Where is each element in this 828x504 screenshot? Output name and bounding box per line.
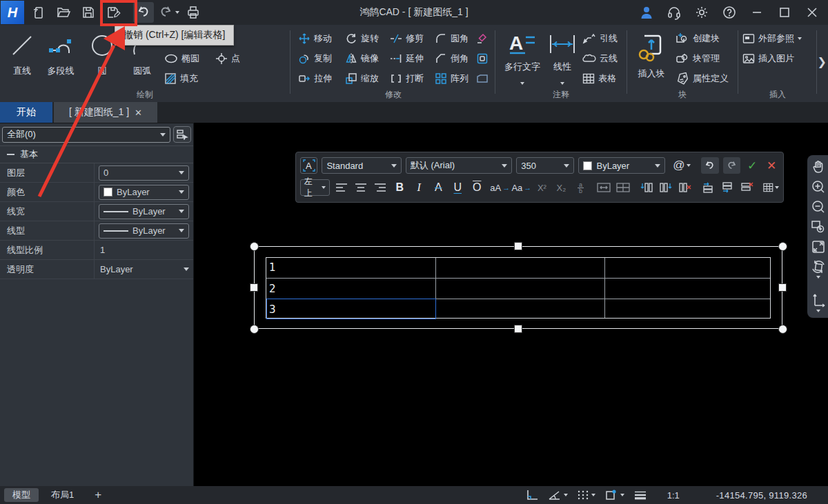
xref-dropdown-arrow[interactable] [798,37,802,40]
orbit-button[interactable] [810,259,827,279]
leader-button[interactable]: 引线 [582,31,618,46]
object-snap-button[interactable] [604,489,624,501]
explode-button[interactable] [476,71,489,86]
user-account-button[interactable] [636,2,657,23]
scale-button[interactable]: 缩放 [345,71,379,86]
support-button[interactable] [664,2,684,23]
linetype-dropdown[interactable]: ByLayer [99,223,189,239]
revision-cloud-button[interactable]: 云线 [582,51,618,66]
transparency-dropdown[interactable]: ByLayer [99,264,189,274]
lineweight-dropdown[interactable]: ByLayer [99,204,189,219]
grip-corner-bottom-right[interactable] [778,325,787,334]
stretch-button[interactable]: 拉伸 [298,71,332,86]
xref-button[interactable]: 外部参照 [742,31,802,46]
grid-snap-button[interactable] [577,490,595,501]
zoom-window-button[interactable] [810,219,827,234]
save-button[interactable] [78,2,99,23]
block-manager-button[interactable]: 块管理 [676,51,720,66]
grip-corner-top-right[interactable] [778,242,787,251]
minimize-button[interactable] [747,2,767,23]
help-button[interactable] [719,2,740,23]
text-color-dropdown[interactable]: ByLayer [578,157,664,174]
align-right-icon[interactable] [373,179,388,196]
app-logo[interactable]: H [1,1,24,24]
trim-button[interactable]: 修剪 [390,31,424,46]
redo-dropdown-arrow[interactable] [175,11,179,14]
editor-undo-button[interactable] [701,157,718,174]
cell-borders-button[interactable] [763,179,779,196]
symbol-insert-button[interactable]: @ [673,157,691,174]
pan-button[interactable] [810,159,827,174]
mirror-button[interactable]: 镜像 [345,51,379,66]
create-block-button[interactable]: 创建块 [676,31,720,46]
attribute-define-button[interactable]: 属性定义 [676,71,729,86]
italic-button[interactable]: I [411,179,426,196]
bold-button[interactable]: B [392,179,407,196]
tab-start[interactable]: 开始 [0,102,52,123]
insert-block-button[interactable]: 插入块 [631,28,671,80]
grip-corner-bottom-left[interactable] [250,325,259,334]
section-header-basic[interactable]: 基本 [0,145,193,163]
ribbon-expand-button[interactable]: ❯ [818,55,827,68]
ltscale-value[interactable]: 1 [99,245,189,255]
redo-button[interactable] [158,2,179,23]
new-layout-button[interactable]: + [95,488,101,502]
underline-button[interactable]: U [450,179,465,196]
uppercase-button[interactable]: aA→ [491,179,509,196]
text-height-dropdown[interactable]: 350 [516,157,574,174]
align-center-icon[interactable] [353,179,368,196]
ellipse-button[interactable]: 椭圆 [164,51,199,66]
confirm-button[interactable]: ✓ [745,157,760,174]
font-dropdown[interactable]: 默认 (Arial) [406,157,512,174]
color-dropdown[interactable]: ByLayer [99,185,189,200]
grip-mid-bottom[interactable] [514,325,522,333]
stack-fraction-button[interactable]: a b [573,179,588,196]
point-button[interactable]: 点 [215,51,240,66]
model-tab[interactable]: 模型 [4,488,39,502]
mtext-dropdown-arrow[interactable] [520,82,524,85]
text-style-dropdown[interactable]: Standard [322,157,401,174]
open-file-button[interactable] [53,2,74,23]
lineweight-display-button[interactable] [633,490,647,500]
annotation-scale[interactable]: 1:1 [667,490,680,501]
merge-cells-icon[interactable] [596,179,611,196]
settings-button[interactable] [691,2,712,23]
align-left-icon[interactable] [334,179,349,196]
close-button[interactable] [802,2,822,23]
strikethrough-button[interactable]: A [431,179,446,196]
selection-filter-dropdown[interactable]: 全部(0) [2,127,170,143]
zoom-extents-button[interactable] [810,239,827,254]
tab-document[interactable]: [ 新建图纸_1 ] ✕ [54,102,157,123]
new-file-button[interactable] [28,2,49,23]
zoom-out-button[interactable] [810,199,827,214]
move-button[interactable]: 移动 [298,31,332,46]
cad-table-entity[interactable]: 1 2 3 [266,257,771,319]
hatch-button[interactable]: 填充 [164,71,198,86]
tab-close-icon[interactable]: ✕ [135,108,142,118]
ortho-mode-button[interactable] [525,489,539,501]
ucs-dropdown-arrow[interactable] [816,310,820,312]
print-button[interactable] [183,2,204,23]
offset-button[interactable] [476,51,489,66]
polar-tracking-button[interactable] [548,490,568,501]
overline-button[interactable]: O [469,179,484,196]
subscript-button[interactable]: X₂ [553,179,569,196]
undo-button[interactable] [133,2,154,23]
insert-column-right-icon[interactable] [658,179,673,196]
justify-dropdown[interactable]: 左上 [300,179,330,196]
grip-mid-right[interactable] [778,283,787,292]
break-button[interactable]: 打断 [390,71,424,86]
grip-corner-top-left[interactable] [250,242,259,251]
cancel-button[interactable]: ✕ [764,157,779,174]
insert-image-button[interactable]: 插入图片 [742,51,794,66]
table-button[interactable]: 表格 [582,71,616,86]
grip-mid-left[interactable] [250,283,258,292]
linear-dim-button[interactable]: 线性 [546,28,578,87]
chamfer-button[interactable]: 倒角 [435,51,469,66]
copy-button[interactable]: 复制 [298,51,332,66]
unmerge-cells-icon[interactable] [615,179,631,196]
insert-column-left-icon[interactable] [639,179,654,196]
orbit-dropdown-arrow[interactable] [816,276,820,279]
insert-row-above-icon[interactable] [701,179,716,196]
extend-button[interactable]: 延伸 [390,51,424,66]
